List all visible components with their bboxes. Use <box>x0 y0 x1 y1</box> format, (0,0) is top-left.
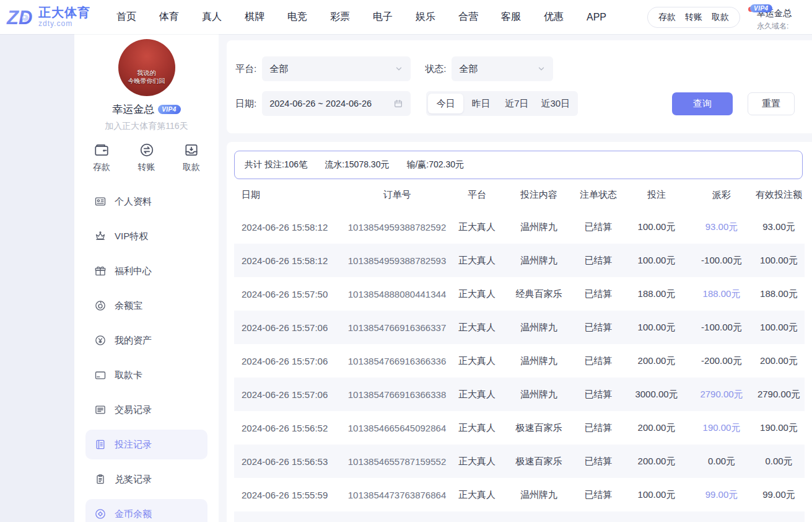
wallet-withdraw-link[interactable]: 取款 <box>712 12 729 23</box>
cell-platform: 正大真人 <box>450 389 504 400</box>
cell-order_no: 1013854766916366337 <box>344 322 450 333</box>
avatar[interactable]: 我说的 今晚带你们回 <box>118 39 175 96</box>
brand-logo[interactable]: ZD 正大体育 zdty.com <box>6 5 116 30</box>
sidebar-item-redeem-records[interactable]: 兑奖记录 <box>85 464 207 494</box>
sidebar-item-yuebao[interactable]: 余额宝 <box>85 291 207 321</box>
query-button[interactable]: 查询 <box>672 92 733 115</box>
sidebar-item-vip[interactable]: VIP特权 <box>85 221 207 251</box>
status-select[interactable]: 全部 <box>452 56 553 81</box>
cell-platform: 正大真人 <box>450 322 504 334</box>
nav-item-home[interactable]: 首页 <box>116 11 136 24</box>
sidebar-item-label: 交易记录 <box>115 404 152 416</box>
nav-item-sports[interactable]: 体育 <box>159 11 179 24</box>
cell-bet: 200.00元 <box>623 456 690 467</box>
sidebar-item-label: 取款卡 <box>115 369 142 381</box>
platform-select[interactable]: 全部 <box>262 56 411 81</box>
sidebar-item-coin-balance[interactable]: 金币余额 <box>85 499 207 522</box>
summary-total-bets: 共计 投注:106笔 <box>245 159 307 170</box>
cell-content: 极速百家乐 <box>504 456 574 467</box>
nav-item-chess[interactable]: 棋牌 <box>245 11 264 24</box>
nav-item-entertainment[interactable]: 娱乐 <box>416 11 435 24</box>
topbar-user[interactable]: VIP4 幸运金总 永久域名: <box>753 3 812 32</box>
cell-date: 2024-06-26 15:58:12 <box>234 255 344 266</box>
nav-item-app[interactable]: APP <box>587 12 606 23</box>
cell-date: 2024-06-26 15:57:06 <box>234 322 344 333</box>
nav-item-lottery[interactable]: 彩票 <box>330 11 350 24</box>
bet-records-icon <box>94 438 107 451</box>
sidebar-item-assets[interactable]: 我的资产 <box>85 325 207 355</box>
cell-bet: 200.00元 <box>623 355 690 367</box>
table-row: 2024-06-26 15:57:061013854766916366336正大… <box>234 344 805 378</box>
summary-bar: 共计 投注:106笔 流水:15078.30元 输/赢:702.30元 <box>234 151 803 179</box>
date-range-input[interactable]: 2024-06-26 ~ 2024-06-26 <box>262 91 411 116</box>
date-label: 日期: <box>235 98 256 110</box>
cell-payout: 2790.00元 <box>690 389 753 400</box>
table-row: 2024-06-26 15:56:531013854655787159552正大… <box>234 445 805 478</box>
nav-item-service[interactable]: 客服 <box>501 11 521 24</box>
quick-date-ranges: 今日昨日近7日近30日 <box>426 91 578 116</box>
bank-card-icon <box>94 369 107 381</box>
id-card-icon <box>94 195 107 208</box>
quick-action-transfer[interactable]: 转账 <box>138 142 155 173</box>
cell-payout: 188.00元 <box>690 288 753 300</box>
range-today-button[interactable]: 今日 <box>428 94 463 113</box>
column-header-3: 投注内容 <box>504 189 574 201</box>
nav-item-slots[interactable]: 电子 <box>373 11 393 24</box>
transfer-icon <box>139 142 155 158</box>
cell-content: 温州牌九 <box>504 322 574 334</box>
wallet-transfer-link[interactable]: 转账 <box>685 12 702 23</box>
cell-content: 温州牌九 <box>504 389 574 400</box>
cell-valid: 100.00元 <box>753 322 805 334</box>
summary-turnover: 流水:15078.30元 <box>325 159 389 170</box>
sidebar-item-transactions[interactable]: 交易记录 <box>85 395 207 425</box>
quick-action-deposit[interactable]: 存款 <box>93 142 110 173</box>
sidebar-item-bet-records[interactable]: 投注记录 <box>85 430 207 459</box>
cell-bet: 100.00元 <box>623 322 690 334</box>
left-gutter <box>0 34 74 522</box>
reset-button[interactable]: 重置 <box>748 92 795 115</box>
cell-valid: 2790.00元 <box>753 389 805 400</box>
cell-content: 温州牌九 <box>504 255 574 267</box>
quick-actions: 存款转账取款 <box>85 142 207 173</box>
cell-order_no: 1013854959388782593 <box>344 255 450 266</box>
column-header-2: 平台 <box>450 189 504 201</box>
cell-bet: 100.00元 <box>623 255 690 267</box>
cell-platform: 正大真人 <box>450 456 504 467</box>
column-header-0: 日期 <box>234 189 344 201</box>
sidebar-item-label: 投注记录 <box>115 439 152 451</box>
cell-status: 已结算 <box>574 322 623 334</box>
filter-card: 平台: 全部 状态: 全部 <box>227 40 812 133</box>
top-bar: ZD 正大体育 zdty.com 首页体育真人棋牌电竞彩票电子娱乐合营客服优惠A… <box>0 0 812 34</box>
cell-payout: 93.00元 <box>690 221 753 233</box>
nav-item-joint[interactable]: 合营 <box>458 11 478 24</box>
sidebar-item-welfare[interactable]: 福利中心 <box>85 256 207 286</box>
nav-item-live[interactable]: 真人 <box>202 11 222 24</box>
nav-item-promo[interactable]: 优惠 <box>544 11 564 24</box>
cell-platform: 正大真人 <box>450 489 504 501</box>
sidebar-item-withdraw-card[interactable]: 取款卡 <box>85 360 207 390</box>
range-yesterday-button[interactable]: 昨日 <box>463 94 499 113</box>
column-header-1: 订单号 <box>344 189 450 201</box>
nav-item-esports[interactable]: 电竞 <box>287 11 307 24</box>
cell-bet: 100.00元 <box>623 489 690 501</box>
range-last7-button[interactable]: 近7日 <box>499 94 535 113</box>
cell-date: 2024-06-26 15:57:06 <box>234 356 344 366</box>
range-last30-button[interactable]: 近30日 <box>535 94 577 113</box>
transaction-list-icon <box>94 404 107 416</box>
cell-status: 已结算 <box>574 355 623 367</box>
cell-payout: 0.00元 <box>690 456 753 467</box>
cell-date: 2024-06-26 15:55:59 <box>234 490 344 500</box>
profile-name: 幸运金总 <box>112 102 154 117</box>
cell-platform: 正大真人 <box>450 422 504 434</box>
cell-status: 已结算 <box>574 221 623 233</box>
cell-bet: 188.00元 <box>623 288 690 300</box>
platform-label: 平台: <box>235 63 256 75</box>
sidebar-item-profile[interactable]: 个人资料 <box>85 187 207 216</box>
cell-payout: -100.00元 <box>690 255 753 267</box>
quick-action-withdraw[interactable]: 取款 <box>183 142 200 173</box>
cell-order_no: 1013854655787159552 <box>344 456 450 467</box>
gift-icon <box>94 265 107 277</box>
joined-days-text: 加入正大体育第116天 <box>85 121 207 132</box>
wallet-deposit-link[interactable]: 存款 <box>658 12 676 23</box>
sidebar-item-label: VIP特权 <box>115 231 148 242</box>
